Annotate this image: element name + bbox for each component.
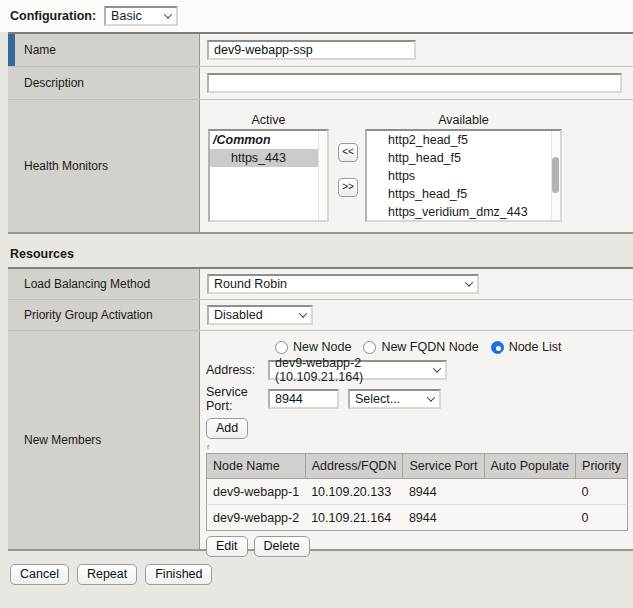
member-service-port: 8944 — [403, 479, 484, 505]
members-table-actions: Edit Delete — [206, 536, 628, 557]
name-row: Name — [8, 34, 633, 67]
move-to-active-button[interactable]: << — [338, 143, 358, 162]
new-members-value-cell: New Node New FQDN Node Node List Address… — [200, 331, 633, 549]
new-members-row: New Members New Node New FQDN Node Node … — [8, 331, 633, 549]
address-select[interactable]: dev9-webapp-2 (10.109.21.164) — [268, 360, 447, 380]
available-monitor-item[interactable]: http2_head_f5 — [367, 131, 560, 149]
configuration-bar: Configuration: Basic — [0, 0, 633, 32]
member-node-name: dev9-webapp-1 — [207, 479, 306, 505]
load-balancing-label-cell: Load Balancing Method — [8, 269, 200, 299]
service-port-label: Service Port: — [206, 385, 268, 413]
members-header-priority: Priority — [576, 454, 628, 479]
load-balancing-select[interactable]: Round Robin — [207, 274, 479, 294]
active-monitors-listbox[interactable]: /Common https_443 — [208, 129, 329, 222]
add-button[interactable]: Add — [206, 418, 248, 439]
load-balancing-select-value: Round Robin — [214, 277, 287, 291]
available-monitor-item[interactable]: https — [367, 167, 560, 185]
available-heading: Available — [365, 111, 562, 129]
member-service-port: 8944 — [403, 505, 484, 531]
active-monitors-column: Active /Common https_443 — [208, 111, 329, 222]
active-monitor-item[interactable]: https_443 — [210, 149, 327, 167]
member-auto-populate — [484, 479, 576, 505]
partition-group-label: /Common — [210, 131, 327, 149]
chevron-down-icon — [427, 393, 435, 401]
priority-group-select[interactable]: Disabled — [207, 305, 313, 325]
members-header-node-name: Node Name — [207, 454, 306, 479]
chevron-down-icon — [465, 278, 473, 286]
available-scrollbar-thumb[interactable] — [552, 157, 559, 193]
name-input[interactable] — [207, 40, 416, 60]
new-members-label-cell: New Members — [8, 331, 200, 549]
move-buttons: << >> — [338, 143, 358, 197]
priority-group-row: Priority Group Activation Disabled — [8, 300, 633, 331]
members-table-header-row: Node Name Address/FQDN Service Port Auto… — [207, 454, 628, 479]
move-to-available-button[interactable]: >> — [338, 178, 358, 197]
address-line: Address: dev9-webapp-2 (10.109.21.164) — [206, 360, 628, 380]
load-balancing-row: Load Balancing Method Round Robin — [8, 269, 633, 300]
cancel-button[interactable]: Cancel — [10, 564, 69, 585]
radio-node-list[interactable] — [491, 341, 504, 354]
service-port-input[interactable] — [268, 389, 339, 409]
description-label-cell: Description — [8, 67, 200, 99]
members-header-auto-populate: Auto Populate — [484, 454, 576, 479]
member-type-radio-group: New Node New FQDN Node Node List — [275, 340, 628, 354]
priority-group-label: Priority Group Activation — [24, 308, 153, 322]
table-row[interactable]: dev9-webapp-1 10.109.20.133 8944 0 — [207, 479, 628, 505]
name-label: Name — [24, 43, 56, 57]
chevron-down-icon — [433, 364, 441, 372]
available-scrollbar-track[interactable] — [551, 131, 560, 220]
priority-group-select-value: Disabled — [214, 308, 263, 322]
member-address: 10.109.20.133 — [305, 479, 403, 505]
load-balancing-value-cell: Round Robin — [200, 269, 633, 299]
members-header-address: Address/FQDN — [305, 454, 403, 479]
health-monitors-label: Health Monitors — [24, 159, 108, 173]
available-monitor-item[interactable]: https_head_f5 — [367, 185, 560, 203]
radio-new-node[interactable] — [275, 341, 288, 354]
radio-node-list-label: Node List — [509, 340, 562, 354]
configuration-label: Configuration: — [10, 9, 96, 23]
configuration-select-value: Basic — [111, 9, 142, 23]
address-select-value: dev9-webapp-2 (10.109.21.164) — [275, 356, 426, 384]
members-header-service-port: Service Port — [403, 454, 484, 479]
description-label: Description — [24, 76, 84, 90]
artifact-glyph: r — [207, 442, 628, 452]
member-address: 10.109.21.164 — [305, 505, 403, 531]
priority-group-value-cell: Disabled — [200, 300, 633, 330]
service-port-select-value: Select... — [355, 392, 400, 406]
repeat-button[interactable]: Repeat — [77, 564, 137, 585]
address-label: Address: — [206, 363, 268, 377]
available-monitors-listbox[interactable]: http2_head_f5 http_head_f5 https https_h… — [365, 129, 562, 222]
description-input[interactable] — [207, 73, 622, 93]
members-table: Node Name Address/FQDN Service Port Auto… — [206, 453, 628, 531]
radio-new-fqdn-node[interactable] — [363, 341, 376, 354]
active-heading: Active — [208, 111, 329, 129]
member-node-name: dev9-webapp-2 — [207, 505, 306, 531]
footer-actions: Cancel Repeat Finished — [10, 564, 633, 585]
health-monitors-label-cell: Health Monitors — [8, 100, 200, 232]
delete-button[interactable]: Delete — [254, 536, 310, 557]
name-label-cell: Name — [8, 34, 200, 66]
table-row[interactable]: dev9-webapp-2 10.109.21.164 8944 0 — [207, 505, 628, 531]
general-properties-panel: Name Description Health Monitors Active … — [8, 32, 633, 234]
finished-button[interactable]: Finished — [145, 564, 212, 585]
health-monitors-row: Health Monitors Active /Common https_443… — [8, 100, 633, 232]
active-scrollbar-track[interactable] — [318, 131, 327, 220]
member-priority: 0 — [576, 505, 628, 531]
health-monitors-value-cell: Active /Common https_443 << >> Available… — [200, 100, 633, 232]
member-priority: 0 — [576, 479, 628, 505]
description-value-cell — [200, 67, 633, 99]
edit-button[interactable]: Edit — [206, 536, 248, 557]
available-monitors-column: Available http2_head_f5 http_head_f5 htt… — [365, 111, 562, 222]
available-monitor-item[interactable]: http_head_f5 — [367, 149, 560, 167]
service-port-select[interactable]: Select... — [348, 389, 441, 409]
description-row: Description — [8, 67, 633, 100]
name-value-cell — [200, 34, 633, 66]
resources-section-title: Resources — [10, 247, 633, 261]
configuration-select[interactable]: Basic — [104, 6, 178, 26]
member-auto-populate — [484, 505, 576, 531]
resources-panel: Load Balancing Method Round Robin Priori… — [8, 267, 633, 551]
new-members-label: New Members — [24, 433, 101, 447]
priority-group-label-cell: Priority Group Activation — [8, 300, 200, 330]
available-monitor-item[interactable]: https_veridium_dmz_443 — [367, 203, 560, 221]
radio-new-node-label: New Node — [293, 340, 351, 354]
